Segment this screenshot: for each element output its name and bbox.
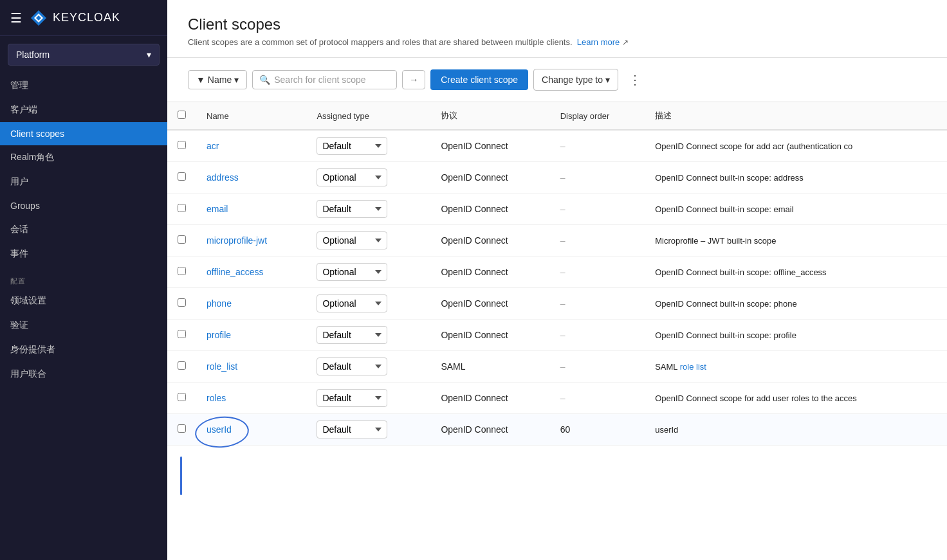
main-content: Client scopes Client scopes are a common… — [167, 0, 947, 560]
row-protocol: OpenID Connect — [430, 194, 549, 225]
scope-link[interactable]: microprofile-jwt — [207, 235, 267, 246]
scope-link[interactable]: acr — [207, 141, 219, 151]
nav-auth[interactable]: 验证 — [0, 313, 167, 338]
search-icon: 🔍 — [259, 75, 270, 85]
scope-link[interactable]: offline_access — [207, 267, 263, 277]
col-header-assigned-type: Assigned type — [306, 102, 430, 130]
assigned-type-select[interactable]: DefaultOptionalNone — [317, 326, 387, 344]
row-checkbox[interactable] — [178, 204, 186, 212]
row-checkbox[interactable] — [178, 235, 186, 244]
row-description: OpenID Connect built-in scope: profile — [645, 320, 947, 351]
nav-events[interactable]: 事件 — [0, 242, 167, 266]
row-checkbox[interactable] — [178, 330, 186, 338]
nav-groups[interactable]: Groups — [0, 194, 167, 217]
nav-realm-roles[interactable]: Realm角色 — [0, 145, 167, 170]
assigned-type-select[interactable]: DefaultOptionalNone — [317, 420, 387, 438]
realm-label: Platform — [16, 50, 50, 60]
row-checkbox-cell — [167, 288, 196, 320]
assigned-type-select[interactable]: DefaultOptionalNone — [317, 389, 387, 407]
row-checkbox-cell — [167, 162, 196, 194]
row-assigned-type: DefaultOptionalNone — [306, 225, 430, 257]
table-row: phoneDefaultOptionalNoneOpenID Connect–O… — [167, 288, 947, 320]
hamburger-icon[interactable]: ☰ — [10, 10, 22, 26]
col-header-display-order: Display order — [550, 102, 645, 130]
table-row: userIdDefaultOptionalNoneOpenID Connect6… — [167, 414, 947, 446]
row-display-order: – — [550, 288, 645, 320]
assigned-type-select[interactable]: DefaultOptionalNone — [317, 231, 387, 249]
scope-link[interactable]: userId — [207, 424, 232, 435]
search-input[interactable] — [274, 75, 390, 85]
assigned-type-select[interactable]: DefaultOptionalNone — [317, 263, 387, 281]
table-row: microprofile-jwtDefaultOptionalNoneOpenI… — [167, 225, 947, 257]
dash: – — [560, 298, 565, 309]
row-protocol: OpenID Connect — [430, 162, 549, 194]
row-checkbox[interactable] — [178, 172, 186, 181]
table-header-row: Name Assigned type 协议 Display order 描述 — [167, 102, 947, 130]
realm-dropdown-icon: ▾ — [147, 50, 151, 60]
assigned-type-select[interactable]: DefaultOptionalNone — [317, 168, 387, 186]
scope-link[interactable]: email — [207, 204, 228, 214]
create-client-scope-button[interactable]: Create client scope — [430, 69, 528, 90]
row-checkbox[interactable] — [178, 141, 186, 149]
scope-link[interactable]: role_list — [207, 361, 237, 372]
row-display-order: – — [550, 130, 645, 162]
row-name: profile — [196, 320, 306, 351]
assigned-type-select[interactable]: DefaultOptionalNone — [317, 200, 387, 218]
row-name: address — [196, 162, 306, 194]
search-arrow-button[interactable]: → — [402, 70, 425, 89]
learn-more-link[interactable]: Learn more — [577, 37, 620, 47]
table-row: role_listDefaultOptionalNoneSAML–SAML ro… — [167, 351, 947, 383]
more-options-button[interactable]: ⋮ — [623, 68, 647, 91]
nav-identity-providers[interactable]: 身份提供者 — [0, 338, 167, 362]
nav-管理[interactable]: 管理 — [0, 73, 167, 98]
scope-link[interactable]: roles — [207, 393, 226, 403]
dash: – — [560, 393, 565, 403]
row-checkbox[interactable] — [178, 424, 186, 433]
row-checkbox[interactable] — [178, 267, 186, 275]
row-assigned-type: DefaultOptionalNone — [306, 320, 430, 351]
row-protocol: OpenID Connect — [430, 383, 549, 414]
dash: – — [560, 267, 565, 277]
table-row: rolesDefaultOptionalNoneOpenID Connect–O… — [167, 383, 947, 414]
row-description: OpenID Connect built-in scope: email — [645, 194, 947, 225]
row-name: userId — [196, 414, 306, 446]
nav-users[interactable]: 用户 — [0, 170, 167, 194]
table-row: addressDefaultOptionalNoneOpenID Connect… — [167, 162, 947, 194]
col-header-name: Name — [196, 102, 306, 130]
row-checkbox[interactable] — [178, 298, 186, 307]
external-link-icon: ↗ — [622, 38, 629, 47]
select-all-checkbox[interactable] — [178, 111, 186, 119]
row-description: Microprofile – JWT built-in scope — [645, 225, 947, 257]
desc-link[interactable]: role list — [680, 362, 706, 372]
change-type-button[interactable]: Change type to ▾ — [533, 69, 618, 91]
scope-link[interactable]: address — [207, 172, 239, 183]
row-checkbox-cell — [167, 320, 196, 351]
scope-link[interactable]: phone — [207, 298, 232, 309]
row-checkbox[interactable] — [178, 361, 186, 370]
dash: – — [560, 172, 565, 183]
subtitle-text: Client scopes are a common set of protoc… — [188, 37, 573, 47]
assigned-type-select[interactable]: DefaultOptionalNone — [317, 294, 387, 312]
filter-chevron-icon: ▾ — [234, 75, 239, 85]
row-display-order: – — [550, 257, 645, 288]
nav-客户端[interactable]: 客户端 — [0, 98, 167, 122]
assigned-type-select[interactable]: DefaultOptionalNone — [317, 137, 387, 155]
row-description: OpenID Connect built-in scope: offline_a… — [645, 257, 947, 288]
row-protocol: OpenID Connect — [430, 225, 549, 257]
nav-user-federation[interactable]: 用户联合 — [0, 362, 167, 386]
filter-button[interactable]: ▼ Name ▾ — [188, 70, 247, 89]
nav-realm-settings[interactable]: 领域设置 — [0, 289, 167, 313]
nav-sessions[interactable]: 会话 — [0, 217, 167, 242]
nav-client-scopes[interactable]: Client scopes — [0, 122, 167, 145]
col-header-description: 描述 — [645, 102, 947, 130]
row-display-order: – — [550, 320, 645, 351]
row-checkbox[interactable] — [178, 393, 186, 401]
row-name: roles — [196, 383, 306, 414]
dash: – — [560, 361, 565, 372]
filter-label: Name — [208, 75, 232, 85]
assigned-type-select[interactable]: DefaultOptionalNone — [317, 357, 387, 375]
scope-link[interactable]: profile — [207, 330, 231, 340]
realm-selector[interactable]: Platform ▾ — [8, 44, 160, 66]
row-assigned-type: DefaultOptionalNone — [306, 351, 430, 383]
table-row: profileDefaultOptionalNoneOpenID Connect… — [167, 320, 947, 351]
